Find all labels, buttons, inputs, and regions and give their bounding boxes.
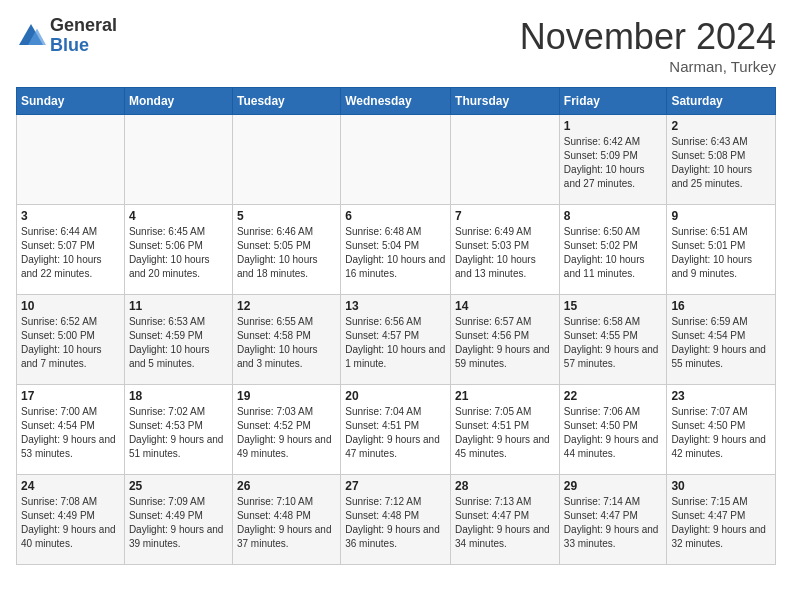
month-title: November 2024 <box>520 16 776 58</box>
calendar-week-row: 1Sunrise: 6:42 AM Sunset: 5:09 PM Daylig… <box>17 115 776 205</box>
day-number: 5 <box>237 209 336 223</box>
day-number: 26 <box>237 479 336 493</box>
calendar-cell <box>232 115 340 205</box>
day-number: 4 <box>129 209 228 223</box>
calendar-cell: 25Sunrise: 7:09 AM Sunset: 4:49 PM Dayli… <box>124 475 232 565</box>
day-number: 8 <box>564 209 663 223</box>
calendar-week-row: 17Sunrise: 7:00 AM Sunset: 4:54 PM Dayli… <box>17 385 776 475</box>
day-number: 10 <box>21 299 120 313</box>
calendar-cell: 3Sunrise: 6:44 AM Sunset: 5:07 PM Daylig… <box>17 205 125 295</box>
day-number: 3 <box>21 209 120 223</box>
calendar-cell: 6Sunrise: 6:48 AM Sunset: 5:04 PM Daylig… <box>341 205 451 295</box>
day-info: Sunrise: 7:04 AM Sunset: 4:51 PM Dayligh… <box>345 405 446 461</box>
calendar-cell: 2Sunrise: 6:43 AM Sunset: 5:08 PM Daylig… <box>667 115 776 205</box>
day-number: 27 <box>345 479 446 493</box>
calendar-cell: 19Sunrise: 7:03 AM Sunset: 4:52 PM Dayli… <box>232 385 340 475</box>
calendar-cell: 9Sunrise: 6:51 AM Sunset: 5:01 PM Daylig… <box>667 205 776 295</box>
day-number: 17 <box>21 389 120 403</box>
day-info: Sunrise: 7:05 AM Sunset: 4:51 PM Dayligh… <box>455 405 555 461</box>
calendar-cell: 12Sunrise: 6:55 AM Sunset: 4:58 PM Dayli… <box>232 295 340 385</box>
day-info: Sunrise: 6:42 AM Sunset: 5:09 PM Dayligh… <box>564 135 663 191</box>
day-info: Sunrise: 6:46 AM Sunset: 5:05 PM Dayligh… <box>237 225 336 281</box>
day-info: Sunrise: 6:58 AM Sunset: 4:55 PM Dayligh… <box>564 315 663 371</box>
day-info: Sunrise: 7:07 AM Sunset: 4:50 PM Dayligh… <box>671 405 771 461</box>
calendar-cell: 14Sunrise: 6:57 AM Sunset: 4:56 PM Dayli… <box>451 295 560 385</box>
day-number: 7 <box>455 209 555 223</box>
day-info: Sunrise: 6:55 AM Sunset: 4:58 PM Dayligh… <box>237 315 336 371</box>
day-info: Sunrise: 7:14 AM Sunset: 4:47 PM Dayligh… <box>564 495 663 551</box>
calendar-cell: 29Sunrise: 7:14 AM Sunset: 4:47 PM Dayli… <box>559 475 667 565</box>
day-info: Sunrise: 6:48 AM Sunset: 5:04 PM Dayligh… <box>345 225 446 281</box>
weekday-header: Sunday <box>17 88 125 115</box>
day-number: 30 <box>671 479 771 493</box>
location: Narman, Turkey <box>520 58 776 75</box>
day-number: 28 <box>455 479 555 493</box>
day-number: 19 <box>237 389 336 403</box>
calendar-cell: 15Sunrise: 6:58 AM Sunset: 4:55 PM Dayli… <box>559 295 667 385</box>
day-number: 14 <box>455 299 555 313</box>
calendar-cell: 23Sunrise: 7:07 AM Sunset: 4:50 PM Dayli… <box>667 385 776 475</box>
day-info: Sunrise: 6:52 AM Sunset: 5:00 PM Dayligh… <box>21 315 120 371</box>
day-number: 16 <box>671 299 771 313</box>
weekday-header: Saturday <box>667 88 776 115</box>
calendar-cell: 20Sunrise: 7:04 AM Sunset: 4:51 PM Dayli… <box>341 385 451 475</box>
day-info: Sunrise: 7:10 AM Sunset: 4:48 PM Dayligh… <box>237 495 336 551</box>
calendar-cell: 22Sunrise: 7:06 AM Sunset: 4:50 PM Dayli… <box>559 385 667 475</box>
calendar-cell: 5Sunrise: 6:46 AM Sunset: 5:05 PM Daylig… <box>232 205 340 295</box>
day-number: 12 <box>237 299 336 313</box>
day-info: Sunrise: 6:53 AM Sunset: 4:59 PM Dayligh… <box>129 315 228 371</box>
day-number: 24 <box>21 479 120 493</box>
weekday-header-row: SundayMondayTuesdayWednesdayThursdayFrid… <box>17 88 776 115</box>
day-info: Sunrise: 6:56 AM Sunset: 4:57 PM Dayligh… <box>345 315 446 371</box>
calendar-week-row: 24Sunrise: 7:08 AM Sunset: 4:49 PM Dayli… <box>17 475 776 565</box>
day-info: Sunrise: 6:57 AM Sunset: 4:56 PM Dayligh… <box>455 315 555 371</box>
day-info: Sunrise: 6:44 AM Sunset: 5:07 PM Dayligh… <box>21 225 120 281</box>
day-number: 29 <box>564 479 663 493</box>
day-number: 1 <box>564 119 663 133</box>
weekday-header: Monday <box>124 88 232 115</box>
day-info: Sunrise: 7:09 AM Sunset: 4:49 PM Dayligh… <box>129 495 228 551</box>
day-number: 18 <box>129 389 228 403</box>
weekday-header: Friday <box>559 88 667 115</box>
day-number: 2 <box>671 119 771 133</box>
calendar-cell <box>451 115 560 205</box>
day-number: 20 <box>345 389 446 403</box>
weekday-header: Tuesday <box>232 88 340 115</box>
day-info: Sunrise: 7:06 AM Sunset: 4:50 PM Dayligh… <box>564 405 663 461</box>
logo-general: General <box>50 15 117 35</box>
day-info: Sunrise: 7:02 AM Sunset: 4:53 PM Dayligh… <box>129 405 228 461</box>
day-info: Sunrise: 6:43 AM Sunset: 5:08 PM Dayligh… <box>671 135 771 191</box>
calendar-cell: 8Sunrise: 6:50 AM Sunset: 5:02 PM Daylig… <box>559 205 667 295</box>
day-number: 11 <box>129 299 228 313</box>
calendar-cell: 13Sunrise: 6:56 AM Sunset: 4:57 PM Dayli… <box>341 295 451 385</box>
calendar-cell: 27Sunrise: 7:12 AM Sunset: 4:48 PM Dayli… <box>341 475 451 565</box>
calendar-week-row: 3Sunrise: 6:44 AM Sunset: 5:07 PM Daylig… <box>17 205 776 295</box>
calendar-table: SundayMondayTuesdayWednesdayThursdayFrid… <box>16 87 776 565</box>
calendar-cell: 18Sunrise: 7:02 AM Sunset: 4:53 PM Dayli… <box>124 385 232 475</box>
day-number: 6 <box>345 209 446 223</box>
day-info: Sunrise: 7:00 AM Sunset: 4:54 PM Dayligh… <box>21 405 120 461</box>
day-number: 25 <box>129 479 228 493</box>
day-info: Sunrise: 7:13 AM Sunset: 4:47 PM Dayligh… <box>455 495 555 551</box>
calendar-cell <box>17 115 125 205</box>
calendar-cell <box>341 115 451 205</box>
calendar-cell: 7Sunrise: 6:49 AM Sunset: 5:03 PM Daylig… <box>451 205 560 295</box>
day-info: Sunrise: 6:51 AM Sunset: 5:01 PM Dayligh… <box>671 225 771 281</box>
day-number: 23 <box>671 389 771 403</box>
day-info: Sunrise: 6:49 AM Sunset: 5:03 PM Dayligh… <box>455 225 555 281</box>
day-info: Sunrise: 6:59 AM Sunset: 4:54 PM Dayligh… <box>671 315 771 371</box>
calendar-cell: 11Sunrise: 6:53 AM Sunset: 4:59 PM Dayli… <box>124 295 232 385</box>
calendar-cell: 4Sunrise: 6:45 AM Sunset: 5:06 PM Daylig… <box>124 205 232 295</box>
day-number: 9 <box>671 209 771 223</box>
calendar-cell: 24Sunrise: 7:08 AM Sunset: 4:49 PM Dayli… <box>17 475 125 565</box>
day-info: Sunrise: 7:03 AM Sunset: 4:52 PM Dayligh… <box>237 405 336 461</box>
weekday-header: Thursday <box>451 88 560 115</box>
calendar-cell: 16Sunrise: 6:59 AM Sunset: 4:54 PM Dayli… <box>667 295 776 385</box>
calendar-cell: 28Sunrise: 7:13 AM Sunset: 4:47 PM Dayli… <box>451 475 560 565</box>
day-info: Sunrise: 6:50 AM Sunset: 5:02 PM Dayligh… <box>564 225 663 281</box>
title-block: November 2024 Narman, Turkey <box>520 16 776 75</box>
day-info: Sunrise: 7:08 AM Sunset: 4:49 PM Dayligh… <box>21 495 120 551</box>
logo-blue: Blue <box>50 35 89 55</box>
calendar-cell: 21Sunrise: 7:05 AM Sunset: 4:51 PM Dayli… <box>451 385 560 475</box>
day-number: 22 <box>564 389 663 403</box>
